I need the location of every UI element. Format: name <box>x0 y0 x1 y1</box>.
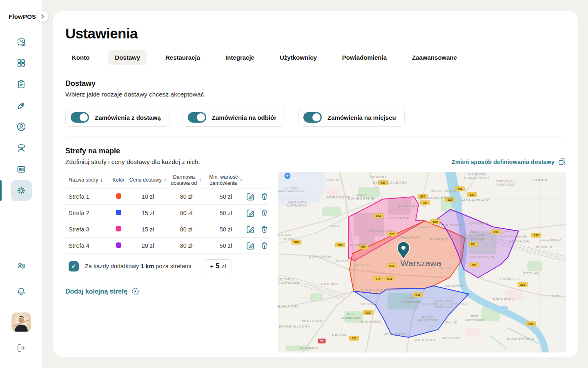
toggle-switch[interactable] <box>71 112 89 123</box>
toggle-switch[interactable] <box>188 112 206 123</box>
extra-km-checkbox[interactable]: ✓ <box>69 261 79 272</box>
delivery-section: Dostawy Wbierz jakie rodzaje dostawy chc… <box>65 79 566 127</box>
map-canvas: 6376376376346346346346346346296296285805… <box>278 172 566 352</box>
toggle-switch[interactable] <box>303 112 322 123</box>
sidebar-item-dashboard-grid[interactable] <box>0 52 42 74</box>
svg-text:580: 580 <box>338 244 343 247</box>
sidebar-collapse-button[interactable] <box>37 11 48 22</box>
sidebar-item-user[interactable] <box>0 116 42 137</box>
map-label: ULRYCHÓW <box>309 255 331 258</box>
map-label: NOWE MIASTO <box>398 204 426 208</box>
zone-min-order: 50 zł <box>206 242 246 249</box>
sidebar-item-logout[interactable] <box>0 343 42 355</box>
map-label: STARY ŻOLIBORZ <box>373 181 407 184</box>
svg-text:79: 79 <box>320 340 323 343</box>
map-label: KAMIONEK <box>468 222 489 225</box>
road-badge: 631 <box>491 230 501 234</box>
sidebar-item-menu-clipboard[interactable] <box>0 74 42 95</box>
edit-zone-button[interactable] <box>246 224 255 234</box>
map-label: MARIENSZTAT <box>410 225 434 228</box>
map-label: SIELCE <box>445 321 457 324</box>
tab-powiadomienia[interactable]: Powiadomienia <box>336 50 393 65</box>
sidebar-item-support-clock[interactable] <box>0 260 42 272</box>
add-zone-icon <box>131 287 139 295</box>
svg-text:634: 634 <box>470 193 474 196</box>
zone-color-swatch <box>116 193 121 199</box>
road-badge: 634 <box>467 193 477 197</box>
sort-icon[interactable]: ▲▼ <box>100 178 102 182</box>
map-label: SALOMEA <box>300 346 318 350</box>
svg-text:✈: ✈ <box>286 174 289 178</box>
zone-free-from: 80 zł <box>167 242 206 249</box>
edit-zone-button[interactable] <box>246 208 255 218</box>
toggle-label: Zamówienia na miejscu <box>327 114 396 121</box>
currency-label: zł <box>222 263 226 269</box>
extra-km-price-input[interactable]: + 5 zł <box>204 259 232 273</box>
column-header-2[interactable]: Cena dostawy▲▼ <box>129 177 167 183</box>
change-delivery-mode-link[interactable]: Zmień sposób definiowania dostawy <box>452 158 566 166</box>
sort-icon[interactable]: ▲▼ <box>240 178 242 182</box>
add-zone-button[interactable]: Dodaj kolejną strefę <box>65 287 269 295</box>
zone-row-1: Strefa 1 10 zł 80 zł 50 zł <box>65 188 269 205</box>
chef-icon <box>11 137 32 159</box>
sidebar-item-chef[interactable] <box>0 137 42 159</box>
rocket-icon <box>11 95 32 116</box>
map-label: PRAGA-PÓŁNOC <box>430 189 457 192</box>
column-header-4[interactable]: Min. wartośćzamówienia▲▼ <box>206 174 246 186</box>
zones-subtitle: Zdefiniuj strefy i ceny dostawy dla każd… <box>65 158 200 166</box>
map-label: ODOLANY <box>320 282 339 286</box>
svg-text:637: 637 <box>420 195 425 198</box>
delete-zone-button[interactable] <box>260 209 269 217</box>
column-header-3[interactable]: Darmowadostawa od▲▼ <box>167 174 206 186</box>
map-label: MARYMONT <box>327 195 350 199</box>
settings-page: Ustawienia KontoDostawyRestauracjaIntegr… <box>53 11 578 357</box>
svg-text:801: 801 <box>528 323 533 325</box>
sort-icon[interactable]: ▲▼ <box>199 178 201 182</box>
delete-zone-button[interactable] <box>260 225 269 233</box>
road-badge: 801 <box>469 263 479 267</box>
tab-użytkownicy[interactable]: Użytkownicy <box>273 50 323 65</box>
map-label: ATEŃSKA III <box>499 277 519 280</box>
edit-zone-button[interactable] <box>246 241 255 250</box>
user-avatar[interactable] <box>11 312 31 332</box>
sort-icon[interactable]: ▲▼ <box>164 178 166 182</box>
change-delivery-mode-label: Zmień sposób definiowania dostawy <box>452 159 555 165</box>
map-label: SIEKIERKI <box>493 297 513 301</box>
bell-icon <box>16 286 27 298</box>
svg-text:634: 634 <box>457 188 462 191</box>
map-label: LAS <box>552 294 559 298</box>
delivery-toggle-2[interactable]: Zamówienia na miejscu <box>298 108 405 127</box>
sidebar-item-settings-gear[interactable] <box>0 180 42 201</box>
map-label: ŻOLIBORZ <box>370 175 386 179</box>
delivery-zones-map[interactable]: 6376376376346346346346346346296296285805… <box>278 172 566 352</box>
airport-icon: ✈ <box>285 173 291 179</box>
tab-zaawansowane[interactable]: Zaawansowane <box>405 50 463 65</box>
road-badge: 717 <box>373 277 383 281</box>
tab-konto[interactable]: Konto <box>65 50 96 65</box>
tab-dostawy[interactable]: Dostawy <box>108 50 147 65</box>
map-label: OCHOTA <box>361 303 374 305</box>
map-label: GÓRCE <box>278 233 292 237</box>
sidebar-item-bell[interactable] <box>0 286 42 298</box>
delivery-toggle-1[interactable]: Zamówienia na odbiór <box>183 108 285 127</box>
sidebar: FlowPOS <box>0 0 42 368</box>
delivery-toggle-0[interactable]: Zamówienia z dostawą <box>65 108 169 127</box>
sidebar-item-rocket[interactable] <box>0 95 42 116</box>
extra-km-row: ✓ Za kazdy dodatkowy 1 km poza strefami … <box>65 259 269 273</box>
tab-integracje[interactable]: Integracje <box>219 50 261 65</box>
tab-restauracja[interactable]: Restauracja <box>159 50 207 65</box>
zone-color-swatch <box>116 210 121 215</box>
map-label: CZYSTE <box>354 263 369 267</box>
support-clock-icon <box>16 260 27 272</box>
map-label: SZMULOWIZNA <box>461 198 490 202</box>
column-header-0[interactable]: Nazwa strefy▲▼ <box>65 177 108 183</box>
svg-text:634: 634 <box>415 294 420 296</box>
delete-zone-button[interactable] <box>260 192 269 201</box>
delete-zone-button[interactable] <box>260 241 269 250</box>
add-zone-label: Dodaj kolejną strefę <box>65 288 127 295</box>
sidebar-item-orders-bag[interactable] <box>0 31 42 52</box>
zone-name: Strefa 1 <box>65 193 108 200</box>
sidebar-item-team-card[interactable] <box>0 159 42 180</box>
zone-price: 15 zł <box>129 226 167 233</box>
edit-zone-button[interactable] <box>246 192 255 201</box>
